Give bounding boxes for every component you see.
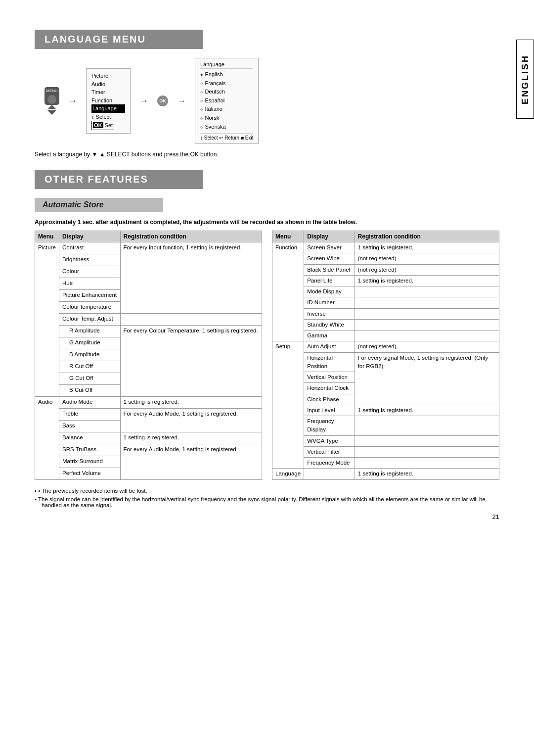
cond-panel-life: 1 setting is registered.	[355, 275, 499, 286]
right-col-menu: Menu	[272, 231, 304, 242]
table-row: Mode Display	[272, 286, 499, 297]
bullet-empty-5	[200, 114, 203, 123]
display-bass: Bass	[59, 420, 121, 432]
menu-item-ok: OK Set	[91, 121, 114, 130]
side-tab-label: ENGLISH	[520, 54, 531, 104]
notes-section: • • The previously recorded items will b…	[35, 488, 499, 508]
menu-box-main: Picture Audio Timer Function Language ↕ …	[86, 68, 131, 134]
cond-mode-display	[355, 286, 499, 297]
display-input-level: Input Level	[304, 405, 355, 416]
bullet-empty-1	[200, 79, 203, 88]
cond-vert-filter	[355, 446, 499, 457]
menu-item-picture: Picture	[91, 72, 125, 80]
cond-balance: 1 setting is registered.	[120, 432, 262, 444]
table-row: Language 1 setting is registered.	[272, 469, 499, 479]
cond-srs-audio-mode: For every Audio Mode, 1 setting is regis…	[120, 444, 262, 479]
page-number: 21	[492, 513, 499, 520]
remote-icon: MENU	[44, 87, 59, 115]
other-features-header: OTHER FEATURES	[35, 170, 203, 189]
display-panel-life: Panel Life	[304, 275, 355, 286]
display-audio-mode: Audio Mode	[59, 396, 121, 408]
side-tab: ENGLISH	[516, 40, 534, 119]
bullet-filled	[200, 70, 203, 79]
display-brightness: Brightness	[59, 254, 121, 266]
table-row: Audio Audio Mode 1 setting is registered…	[35, 396, 262, 408]
note-2: • The signal mode can be identified by t…	[35, 496, 499, 508]
menu-picture: Picture	[35, 242, 59, 397]
table-row: SRS TruBass For every Audio Mode, 1 sett…	[35, 444, 262, 456]
arrow-2: →	[139, 96, 148, 106]
lang-box-title: Language	[200, 61, 253, 69]
automatic-store-header: Automatic Store	[35, 198, 163, 212]
table-row: Screen Wipe (not registered)	[272, 253, 499, 264]
cond-auto-adjust: (not registered)	[355, 341, 499, 352]
menu-item-select: ↕ Select	[91, 113, 125, 121]
table-row: R Amplitude For every Colour Temperature…	[35, 325, 262, 337]
display-freq-mode: Frequency Mode	[304, 458, 355, 469]
remote-body: MENU	[44, 87, 59, 105]
lang-nav-text: ↕ Select ↩ Return ■ Exit	[200, 135, 253, 141]
display-screen-saver: Screen Saver	[304, 242, 355, 253]
cond-input-fn: For every input function, 1 setting is r…	[120, 242, 262, 314]
lang-francais: Français	[200, 79, 253, 88]
display-screen-wipe: Screen Wipe	[304, 253, 355, 264]
note-1: • • The previously recorded items will b…	[35, 488, 499, 494]
cond-not-reg-2: (not registered)	[355, 264, 499, 275]
left-col-display: Display	[59, 231, 121, 242]
table-row: Frequency Mode	[272, 458, 499, 469]
display-standby-white: Standby White	[304, 319, 355, 330]
lang-english: English	[200, 70, 253, 79]
display-auto-adjust: Auto Adjust	[304, 341, 355, 352]
table-row: Function Screen Saver 1 setting is regis…	[272, 242, 499, 253]
table-row: ID Number	[272, 297, 499, 308]
menu-audio: Audio	[35, 396, 59, 479]
display-clock-phase: Clock Phase	[304, 394, 355, 405]
cond-not-reg-1: (not registered)	[355, 253, 499, 264]
bullet-empty-6	[200, 123, 203, 132]
lang-espanol: Español	[200, 96, 253, 105]
display-srs: SRS TruBass	[59, 444, 121, 456]
left-col-menu: Menu	[35, 231, 59, 242]
bullet-empty-4	[200, 105, 203, 114]
right-table: Menu Display Registration condition Func…	[272, 231, 499, 480]
cond-input-level: 1 setting is registered.	[355, 405, 499, 416]
ok-button-icon: OK	[157, 95, 168, 106]
lang-italiano: Italiano	[200, 105, 253, 114]
cond-gamma	[355, 331, 499, 341]
cond-audio-mode: For every Audio Mode, 1 setting is regis…	[120, 408, 262, 432]
language-header: LANGUAGE MENU	[35, 30, 203, 49]
display-black-side: Black Side Panel	[304, 264, 355, 275]
bold-note: Approximately 1 sec. after adjustment is…	[35, 219, 499, 226]
left-col-condition: Registration condition	[120, 231, 262, 242]
table-row: Inverse	[272, 308, 499, 319]
table-row: Gamma	[272, 331, 499, 341]
menu-item-audio: Audio	[91, 80, 125, 89]
menu-setup: Setup	[272, 341, 304, 469]
table-row: Black Side Panel (not registered)	[272, 264, 499, 275]
display-colour-temp-adj: Colour Temp. Adjust	[59, 313, 121, 325]
lang-norsk: Norsk	[200, 114, 253, 123]
cond-freq-mode	[355, 458, 499, 469]
display-balance: Balance	[59, 432, 121, 444]
cond-empty-1	[120, 313, 262, 325]
arrow-3: →	[177, 96, 186, 106]
tables-wrapper: Menu Display Registration condition Pict…	[35, 231, 499, 480]
display-freq-display: Frequency Display	[304, 416, 355, 436]
table-row: Balance 1 setting is registered.	[35, 432, 262, 444]
table-row: Setup Auto Adjust (not registered)	[272, 341, 499, 352]
lang-nav-bar: ↕ Select ↩ Return ■ Exit	[200, 133, 253, 141]
menu-item-language: Language	[91, 104, 125, 113]
cond-signal-mode: For every signal Mode, 1 setting is regi…	[355, 352, 499, 405]
cond-id-number	[355, 297, 499, 308]
table-row: Picture Contrast For every input functio…	[35, 242, 262, 254]
bullet-empty-3	[200, 96, 203, 105]
cond-inverse	[355, 308, 499, 319]
left-table: Menu Display Registration condition Pict…	[35, 231, 262, 480]
cond-freq-display	[355, 416, 499, 436]
cond-1setting-reg: 1 setting is registered.	[355, 242, 499, 253]
page-content: ENGLISH LANGUAGE MENU MENU → Picture Aud…	[0, 0, 534, 540]
lang-select-box: Language English Français Deutsch Españo…	[195, 58, 259, 144]
display-g-amp: G Amplitude	[59, 337, 121, 349]
display-id-number: ID Number	[304, 297, 355, 308]
display-gamma: Gamma	[304, 331, 355, 341]
